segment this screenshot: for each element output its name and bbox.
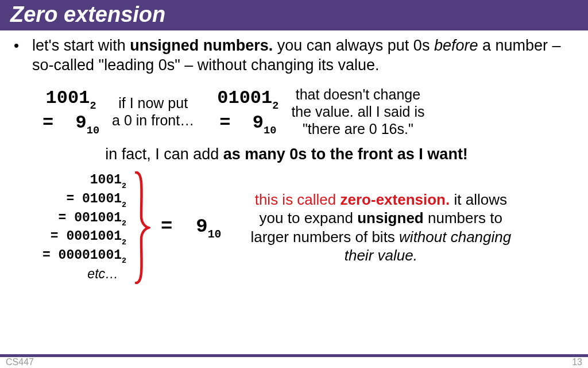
binary-stack: 10012 = 010012 = 0010012 = 00010012 = 00… [42, 171, 126, 283]
text-bold: zero-extension. [341, 191, 450, 208]
explanation-text: this is called zero-extension. it allows… [243, 190, 519, 265]
text: this is called [255, 191, 341, 208]
subscript: 10 [87, 125, 99, 137]
slide-title: Zero extension [10, 2, 578, 27]
bullet-intro: let's start with unsigned numbers. you c… [25, 36, 571, 75]
decimal-value: 9 [196, 216, 207, 237]
page-number: 13 [572, 357, 582, 367]
stack-row: = 0010012 [42, 209, 126, 228]
text: "there are 0 16s." [303, 121, 413, 137]
text-bold: as many 0s to the front as I want! [223, 145, 468, 163]
example-row-2: 10012 = 010012 = 0010012 = 00010012 = 00… [42, 170, 571, 285]
text: a 0 in front… [112, 112, 194, 128]
example-row-1: 10012 = 910 if I now put a 0 in front… 0… [42, 86, 571, 137]
stack-etc: etc… [42, 265, 126, 283]
stack-row: = 000010012 [42, 247, 126, 266]
decimal-value: 9 [253, 112, 264, 133]
equation-1: 10012 = 910 [42, 87, 99, 136]
subscript: 10 [208, 228, 222, 241]
subscript: 10 [264, 125, 276, 137]
equals: = [42, 112, 64, 133]
stack-row: = 010012 [42, 190, 126, 209]
text-bold: unsigned numbers. [130, 37, 273, 54]
stack-row: 10012 [42, 171, 126, 190]
stack-row: = 00010012 [42, 228, 126, 247]
binary-value: 01001 [217, 87, 272, 109]
equation-2: 010012 = 910 [217, 87, 278, 136]
course-code: CS447 [6, 357, 34, 367]
text: let's start with [32, 37, 130, 54]
text: you can always put 0s [273, 37, 434, 54]
equals: = [219, 112, 241, 133]
footer: CS447 13 [0, 354, 588, 368]
note-2: that doesn't change the value. all I sai… [291, 86, 424, 137]
title-bar: Zero extension [0, 0, 588, 30]
text-bold: unsigned [357, 209, 424, 227]
result-equation: = 910 [161, 216, 221, 240]
text: if I now put [118, 95, 188, 111]
decimal-value: 9 [76, 112, 87, 133]
text: that doesn't change [296, 86, 420, 102]
text: in fact, I can add [105, 145, 223, 163]
subscript: 2 [90, 100, 96, 112]
text-italic: before [434, 37, 478, 54]
binary-value: 1001 [46, 87, 90, 109]
note-1: if I now put a 0 in front… [112, 94, 194, 129]
slide-content: let's start with unsigned numbers. you c… [0, 30, 588, 285]
subscript: 2 [272, 100, 278, 112]
text: the value. all I said is [291, 103, 424, 120]
slide: Zero extension let's start with unsigned… [0, 0, 588, 368]
emphasis-line: in fact, I can add as many 0s to the fro… [2, 145, 571, 163]
curly-brace-icon [133, 170, 150, 285]
equals: = [161, 216, 184, 237]
